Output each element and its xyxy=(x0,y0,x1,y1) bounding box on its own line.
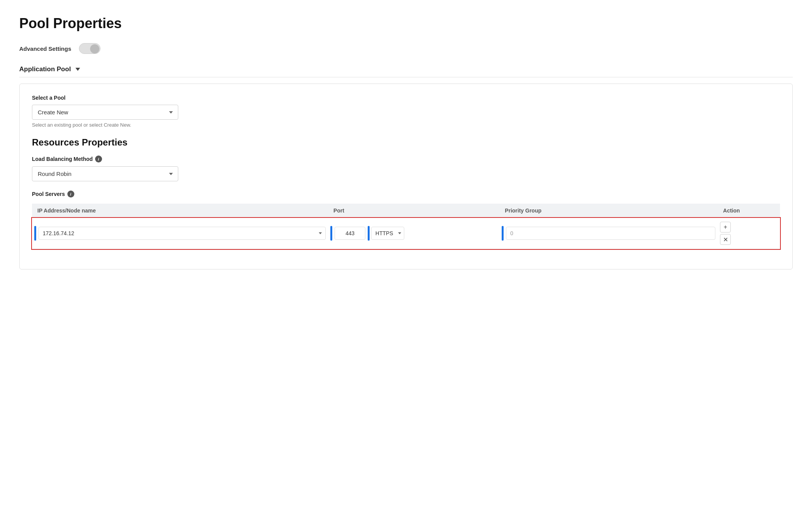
application-pool-section-header[interactable]: Application Pool xyxy=(19,65,793,77)
select-pool-dropdown[interactable]: Create New xyxy=(32,105,178,120)
protocol-select-wrapper: HTTPS HTTP xyxy=(371,227,404,240)
port-blue-bar-right xyxy=(368,226,370,241)
resources-properties-title: Resources Properties xyxy=(32,137,780,148)
select-pool-hint: Select an existing pool or select Create… xyxy=(32,122,780,128)
action-buttons: + ✕ xyxy=(720,222,778,245)
ip-cell-content: 172.16.74.12 xyxy=(34,226,326,241)
application-pool-chevron-icon xyxy=(75,68,80,71)
col-header-action: Action xyxy=(718,204,780,218)
table-row: 172.16.74.12 xyxy=(32,218,780,249)
pool-servers-group: Pool Servers i IP Address/Node name Port… xyxy=(32,191,780,249)
table-header: IP Address/Node name Port Priority Group… xyxy=(32,204,780,218)
col-header-port: Port xyxy=(328,204,499,218)
pool-properties-panel: Select a Pool Create New Select an exist… xyxy=(19,84,793,269)
toggle-knob xyxy=(90,44,99,54)
cell-action: + ✕ xyxy=(718,218,780,249)
application-pool-label: Application Pool xyxy=(19,65,71,73)
port-input[interactable] xyxy=(335,227,365,240)
advanced-settings-label: Advanced Settings xyxy=(19,45,71,52)
load-balancing-dropdown[interactable]: Round Robin Least Connections IP Hash xyxy=(32,166,178,181)
load-balancing-info-icon: i xyxy=(95,156,102,162)
load-balancing-label: Load Balancing Method i xyxy=(32,156,780,162)
ip-select-wrapper: 172.16.74.12 xyxy=(39,227,326,240)
ip-blue-bar xyxy=(34,226,36,241)
page-title: Pool Properties xyxy=(19,15,793,32)
protocol-dropdown[interactable]: HTTPS HTTP xyxy=(371,227,404,240)
pool-servers-info-icon: i xyxy=(67,191,74,197)
advanced-settings-row: Advanced Settings xyxy=(19,43,793,54)
select-pool-wrapper: Create New xyxy=(32,105,178,120)
priority-cell-content xyxy=(502,226,715,241)
load-balancing-group: Load Balancing Method i Round Robin Leas… xyxy=(32,156,780,181)
priority-blue-bar xyxy=(502,226,504,241)
ip-address-dropdown[interactable]: 172.16.74.12 xyxy=(39,227,326,240)
port-blue-bar xyxy=(330,226,332,241)
cell-priority xyxy=(499,218,718,249)
advanced-settings-toggle[interactable] xyxy=(79,43,100,54)
remove-row-button[interactable]: ✕ xyxy=(720,234,731,245)
load-balancing-wrapper: Round Robin Least Connections IP Hash xyxy=(32,166,178,181)
pool-servers-label: Pool Servers i xyxy=(32,191,780,197)
table-header-row: IP Address/Node name Port Priority Group… xyxy=(32,204,780,218)
pool-servers-table: IP Address/Node name Port Priority Group… xyxy=(32,204,780,249)
cell-port: HTTPS HTTP xyxy=(328,218,499,249)
priority-input[interactable] xyxy=(506,227,715,240)
add-row-button[interactable]: + xyxy=(720,222,731,233)
port-cell-content: HTTPS HTTP xyxy=(330,226,497,241)
col-header-ip: IP Address/Node name xyxy=(32,204,328,218)
col-header-priority: Priority Group xyxy=(499,204,718,218)
select-pool-label: Select a Pool xyxy=(32,95,780,101)
select-pool-group: Select a Pool Create New Select an exist… xyxy=(32,95,780,128)
cell-ip: 172.16.74.12 xyxy=(32,218,328,249)
table-body: 172.16.74.12 xyxy=(32,218,780,249)
